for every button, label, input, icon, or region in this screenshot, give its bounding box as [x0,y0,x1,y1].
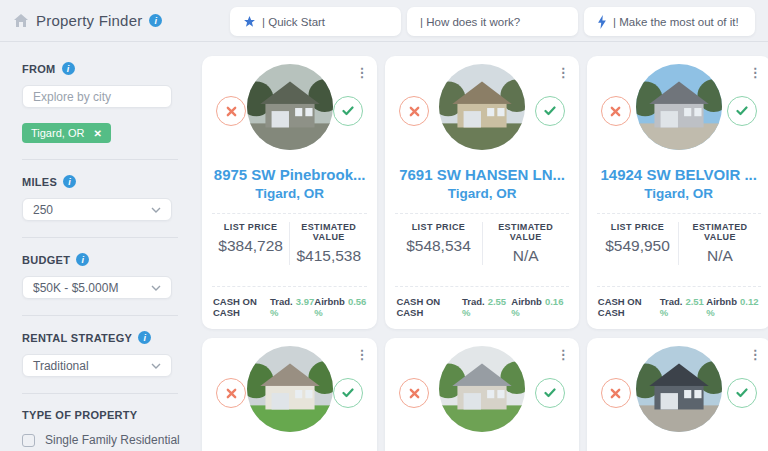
property-card: ⋮ [587,338,768,451]
divider [22,237,178,238]
reject-property-button[interactable] [216,378,246,408]
accept-property-button[interactable] [333,378,363,408]
property-city[interactable]: Tigard, OR [597,186,761,201]
budget-info-icon[interactable]: i [76,253,89,266]
budget-select[interactable]: $50K - $5.000M [22,276,172,299]
city-search-input[interactable] [22,85,172,108]
miles-info-icon[interactable]: i [63,175,76,188]
single-family-option[interactable]: Single Family Residential [22,433,200,447]
check-icon [342,388,354,398]
card-menu-icon[interactable]: ⋮ [557,348,570,361]
trad-label: Trad. [660,296,683,307]
info-icon[interactable]: i [149,14,162,27]
x-icon [610,388,621,399]
budget-label: BUDGET [22,254,70,266]
property-photo[interactable] [247,64,333,150]
single-family-checkbox[interactable] [22,434,35,447]
rental-strategy-label: RENTAL STRATEGY [22,332,132,344]
reject-property-button[interactable] [399,378,429,408]
cash-on-cash-row: CASH ON CASH Trad.2.51 % Airbnb0.12 % [597,287,761,329]
airbnb-label: Airbnb [511,296,542,307]
x-icon [409,388,420,399]
trad-coc: Trad.2.51 % [660,296,707,318]
accept-property-button[interactable] [333,96,363,126]
home-icon [13,13,29,28]
list-price-block: LIST PRICE $548,534 [395,222,482,265]
airbnb-label: Airbnb [314,296,345,307]
list-price-block: LIST PRICE $384,728 [212,222,290,265]
property-photo[interactable] [636,64,722,150]
budget-value: $50K - $5.000M [33,281,118,295]
rental-strategy-value: Traditional [33,359,89,373]
property-address[interactable]: 7691 SW HANSEN LN... [395,166,568,183]
trad-coc: Trad.3.97 % [270,296,314,318]
estimated-value-value: $415,538 [290,247,367,265]
miles-value: 250 [33,203,53,217]
accept-property-button[interactable] [535,378,565,408]
accept-property-button[interactable] [727,378,757,408]
card-menu-icon[interactable]: ⋮ [355,66,368,79]
property-card: ⋮ [587,56,768,329]
trad-label: Trad. [270,296,293,307]
property-address[interactable]: 8975 SW Pinebrook... [212,166,367,183]
property-photo[interactable] [439,346,525,432]
remove-tag-icon[interactable]: ✕ [93,128,101,139]
miles-select[interactable]: 250 [22,198,172,221]
how-it-works-label: | How does it work? [420,16,520,28]
list-price-block: LIST PRICE $549,950 [597,222,679,265]
house-photo-illustration [636,64,722,150]
estimated-value-value: N/A [483,247,569,265]
cash-on-cash-row: CASH ON CASH Trad.2.55 % Airbnb0.16 % [395,287,568,329]
chevron-down-icon [151,285,161,291]
property-photo[interactable] [439,64,525,150]
lightning-icon [597,15,607,29]
property-city[interactable]: Tigard, OR [395,186,568,201]
x-icon [226,388,237,399]
from-info-icon[interactable]: i [62,62,75,75]
airbnb-label: Airbnb [706,296,737,307]
reject-property-button[interactable] [601,378,631,408]
property-city[interactable]: Tigard, OR [212,186,367,201]
divider [22,393,178,394]
x-icon [226,106,237,117]
rental-info-icon[interactable]: i [138,331,151,344]
property-card: ⋮ [385,338,578,451]
property-address[interactable]: 14924 SW BELVOIR ... [597,166,761,183]
house-photo-illustration [247,64,333,150]
quick-start-button[interactable]: | Quick Start [230,7,401,36]
reject-property-button[interactable] [601,96,631,126]
list-price-label: LIST PRICE [395,222,481,232]
cash-on-cash-row: CASH ON CASH Trad.3.97 % Airbnb0.56 % [212,287,367,329]
filters-sidebar: FROM i Tigard, OR ✕ MILES i 250 BUDGET i [0,42,200,451]
check-icon [544,388,556,398]
check-icon [342,106,354,116]
list-price-label: LIST PRICE [597,222,678,232]
card-menu-icon[interactable]: ⋮ [557,66,570,79]
list-price-value: $384,728 [212,237,289,255]
estimated-value-block: ESTIMATED VALUE $415,538 [290,222,367,265]
property-card: ⋮ [385,56,578,329]
estimated-value-value: N/A [679,247,760,265]
property-photo[interactable] [636,346,722,432]
reject-property-button[interactable] [399,96,429,126]
check-icon [544,106,556,116]
house-photo-illustration [636,346,722,432]
results-area: ⋮ [200,42,768,451]
card-menu-icon[interactable]: ⋮ [749,66,762,79]
airbnb-coc: Airbnb0.56 % [314,296,366,318]
card-menu-icon[interactable]: ⋮ [355,348,368,361]
estimated-value-label: ESTIMATED VALUE [483,222,569,242]
chevron-down-icon [151,363,161,369]
cash-on-cash-label: CASH ON CASH [598,296,660,318]
card-menu-icon[interactable]: ⋮ [749,348,762,361]
make-most-button[interactable]: | Make the most out of it! [584,7,755,36]
list-price-value: $548,534 [395,237,481,255]
accept-property-button[interactable] [727,96,757,126]
rental-strategy-select[interactable]: Traditional [22,354,172,377]
reject-property-button[interactable] [216,96,246,126]
house-photo-illustration [439,346,525,432]
how-it-works-button[interactable]: | How does it work? [407,7,578,36]
app-header: Property Finder i | Quick Start | How do… [0,0,768,42]
property-photo[interactable] [247,346,333,432]
accept-property-button[interactable] [535,96,565,126]
